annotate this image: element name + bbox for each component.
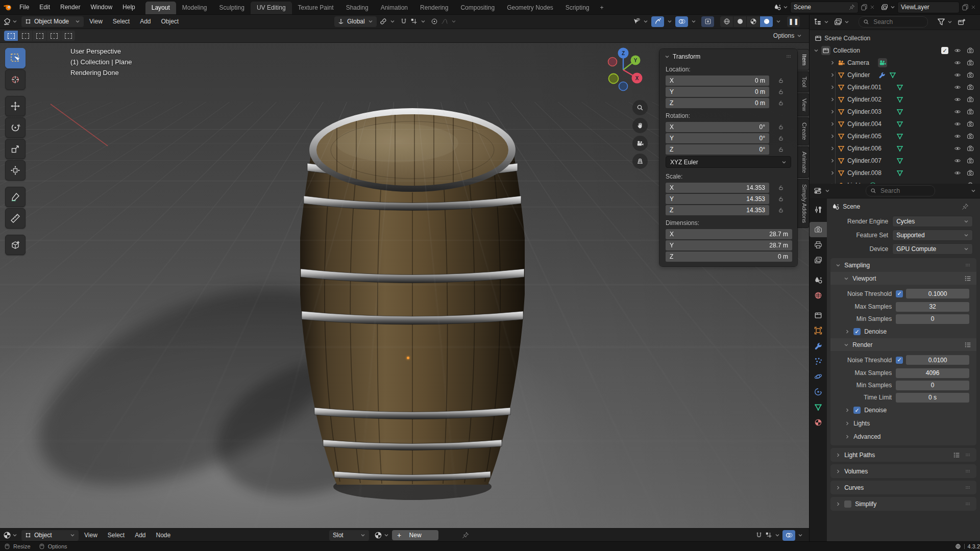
chevron-down-icon[interactable] bbox=[890, 5, 895, 10]
shading-material-button[interactable] bbox=[747, 16, 760, 27]
snap-toggle-icon[interactable] bbox=[400, 18, 407, 25]
pause-render-button[interactable]: ❚❚ bbox=[787, 16, 800, 27]
scale-y-field[interactable]: Y14.353 bbox=[666, 194, 769, 204]
outliner-display-mode-icon[interactable] bbox=[814, 18, 822, 26]
xray-toggle[interactable] bbox=[701, 16, 714, 27]
shader-menu-add[interactable]: Add bbox=[130, 532, 150, 539]
new-view-layer-icon[interactable] bbox=[962, 4, 969, 11]
pin-icon[interactable] bbox=[462, 532, 469, 539]
blender-logo-icon[interactable] bbox=[3, 3, 12, 12]
drag-handle-icon[interactable] bbox=[785, 53, 792, 60]
chevron-down-icon[interactable] bbox=[643, 19, 648, 24]
viewport-canvas[interactable]: User Perspective (1) Collection | Plane … bbox=[0, 42, 809, 528]
menu-help[interactable]: Help bbox=[117, 0, 140, 14]
expand-icon[interactable] bbox=[830, 97, 835, 102]
rotation-mode-dropdown[interactable]: XYZ Euler bbox=[666, 156, 791, 168]
workspace-tab-texture-paint[interactable]: Texture Paint bbox=[292, 2, 340, 14]
shader-type-dropdown[interactable]: Object bbox=[21, 530, 79, 541]
shader-menu-view[interactable]: View bbox=[80, 532, 102, 539]
pin-icon[interactable] bbox=[962, 203, 975, 210]
chevron-down-icon[interactable] bbox=[971, 188, 976, 193]
drag-handle-icon[interactable] bbox=[964, 500, 971, 508]
new-material-button[interactable]: + New bbox=[392, 530, 438, 540]
disable-render-icon[interactable] bbox=[967, 133, 974, 140]
chevron-down-icon[interactable] bbox=[844, 19, 849, 24]
hide-eye-icon[interactable] bbox=[954, 133, 961, 140]
tool-scale[interactable] bbox=[5, 139, 26, 159]
chevron-down-icon[interactable] bbox=[798, 533, 803, 538]
snap-pivot-icon[interactable] bbox=[380, 18, 387, 25]
disable-render-icon[interactable] bbox=[967, 71, 974, 79]
outliner-row-collection[interactable]: Collection bbox=[810, 44, 980, 57]
network-icon[interactable] bbox=[955, 543, 961, 549]
sidebar-tab-view[interactable]: View bbox=[797, 93, 809, 116]
filter-icon[interactable] bbox=[937, 18, 945, 26]
snap-toggle-icon[interactable] bbox=[755, 532, 763, 539]
properties-tab-modifiers[interactable] bbox=[810, 338, 827, 354]
pin-icon[interactable] bbox=[849, 4, 855, 10]
hide-eye-icon[interactable] bbox=[954, 120, 961, 128]
expand-icon[interactable] bbox=[830, 170, 835, 176]
disable-render-icon[interactable] bbox=[967, 84, 974, 91]
chevron-down-icon[interactable] bbox=[825, 188, 830, 193]
slot-dropdown[interactable]: Slot bbox=[329, 530, 369, 541]
simplify-panel[interactable]: Simplify bbox=[830, 497, 976, 511]
hide-eye-icon[interactable] bbox=[954, 84, 961, 91]
tool-add-cube[interactable] bbox=[5, 235, 26, 255]
new-scene-icon[interactable] bbox=[861, 4, 868, 11]
tool-measure[interactable] bbox=[5, 208, 26, 229]
gizmo-neg-y[interactable] bbox=[609, 74, 619, 84]
mesh-data-icon[interactable] bbox=[896, 169, 903, 177]
select-mode-subtract-button[interactable] bbox=[33, 31, 46, 41]
select-mode-intersect-button[interactable] bbox=[61, 31, 75, 41]
disable-render-icon[interactable] bbox=[967, 157, 974, 164]
mesh-data-icon[interactable] bbox=[896, 84, 903, 91]
modifier-icon[interactable] bbox=[878, 71, 886, 79]
show-object-types-icon[interactable] bbox=[633, 18, 640, 25]
properties-tab-physics[interactable] bbox=[810, 369, 827, 384]
new-collection-icon[interactable] bbox=[958, 18, 966, 26]
shading-solid-button[interactable] bbox=[733, 16, 746, 27]
hide-eye-icon[interactable] bbox=[954, 47, 961, 54]
perspective-toggle-button[interactable] bbox=[632, 154, 648, 169]
tool-transform[interactable] bbox=[5, 160, 26, 181]
mesh-data-icon[interactable] bbox=[896, 133, 903, 140]
outliner-search-input[interactable] bbox=[872, 18, 923, 26]
chevron-down-icon[interactable] bbox=[12, 19, 17, 24]
properties-tab-render[interactable] bbox=[810, 222, 827, 237]
expand-icon[interactable] bbox=[830, 134, 835, 139]
properties-tab-particles[interactable] bbox=[810, 354, 827, 369]
breadcrumb[interactable]: Scene bbox=[843, 203, 860, 210]
viewport-menu-select[interactable]: Select bbox=[108, 18, 134, 25]
outliner-search[interactable] bbox=[859, 16, 928, 28]
dimensions-y-field[interactable]: Y28.7 m bbox=[666, 240, 792, 251]
hide-eye-icon[interactable] bbox=[954, 108, 961, 115]
properties-tab-collection[interactable] bbox=[810, 308, 827, 323]
properties-tab-tool[interactable] bbox=[810, 202, 827, 217]
simplify-checkbox[interactable] bbox=[844, 500, 851, 508]
navigation-gizmo[interactable]: Z Y X bbox=[600, 46, 646, 92]
mesh-data-icon[interactable] bbox=[896, 108, 903, 115]
shading-rendered-button[interactable] bbox=[760, 16, 773, 27]
render-denoise-checkbox[interactable] bbox=[853, 407, 861, 414]
hide-eye-icon[interactable] bbox=[954, 169, 961, 177]
options-dropdown[interactable]: Options bbox=[770, 32, 805, 39]
chevron-down-icon[interactable] bbox=[390, 19, 395, 24]
disable-render-icon[interactable] bbox=[967, 96, 974, 103]
location-y-field[interactable]: Y0 m bbox=[666, 87, 769, 97]
mode-dropdown[interactable]: Object Mode bbox=[21, 16, 84, 27]
properties-tab-object[interactable] bbox=[810, 323, 827, 338]
viewport-menu-add[interactable]: Add bbox=[135, 18, 155, 25]
expand-icon[interactable] bbox=[830, 146, 835, 151]
workspace-tab-geometry-nodes[interactable]: Geometry Nodes bbox=[501, 2, 559, 14]
chevron-down-icon[interactable] bbox=[776, 19, 781, 24]
sidebar-tab-simply-addons[interactable]: Simply Addons bbox=[797, 179, 809, 228]
hide-eye-icon[interactable] bbox=[954, 157, 961, 164]
add-workspace-button[interactable]: + bbox=[596, 2, 608, 14]
dimensions-z-field[interactable]: Z0 m bbox=[666, 252, 792, 262]
barrel-object[interactable] bbox=[300, 103, 525, 506]
shader-overlays-toggle[interactable] bbox=[782, 530, 795, 541]
feature-set-dropdown[interactable]: Supported bbox=[892, 230, 973, 241]
lock-icon[interactable] bbox=[778, 207, 784, 213]
menu-edit[interactable]: Edit bbox=[34, 0, 55, 14]
